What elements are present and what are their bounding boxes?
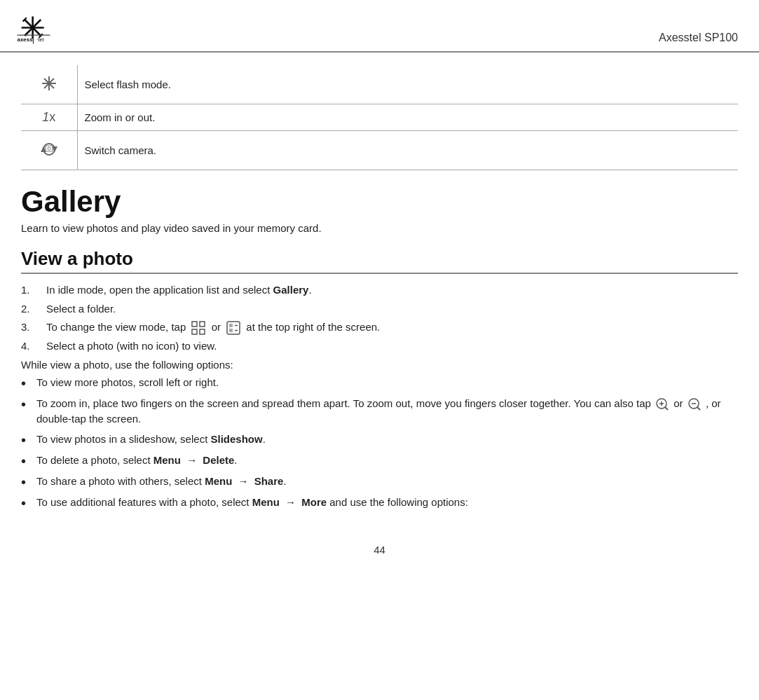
table-row: Select flash mode. — [21, 65, 738, 104]
slideshow-bold: Slideshow — [210, 433, 262, 445]
page-wrapper: axess ·tel Axesstel SP100 — [0, 0, 759, 700]
view-photo-heading: View a photo — [21, 248, 738, 274]
flash-mode-description: Select flash mode. — [77, 65, 738, 104]
bullet-item-6: • To use additional features with a phot… — [21, 495, 738, 512]
bullet-item-5: • To share a photo with others, select M… — [21, 474, 738, 490]
or-text: or — [212, 321, 221, 333]
step-num-4: 4. — [21, 338, 46, 355]
svg-rect-15 — [192, 322, 197, 327]
bullet-1-content: To view more photos, scroll left or righ… — [36, 375, 738, 391]
svg-line-27 — [665, 407, 668, 410]
menu-bold-5: Menu — [205, 475, 232, 487]
svg-point-12 — [47, 81, 51, 85]
switch-camera-icon-cell — [21, 131, 77, 170]
bullet-6-content: To use additional features with a photo,… — [36, 495, 738, 511]
more-bold: More — [301, 496, 327, 508]
svg-rect-17 — [192, 329, 197, 334]
step-4-content: Select a photo (with no icon) to view. — [46, 338, 738, 355]
svg-rect-13 — [46, 146, 53, 151]
switch-camera-icon — [36, 137, 62, 162]
zoom-description: Zoom in or out. — [77, 104, 738, 131]
icon-table: Select flash mode. 1x Zoom in or out. — [21, 65, 738, 170]
step-1-content: In idle mode, open the application list … — [46, 282, 738, 298]
content: Select flash mode. 1x Zoom in or out. — [0, 53, 759, 537]
page-number: 44 — [0, 537, 759, 570]
flash-mode-icon — [36, 71, 62, 96]
bullet-dot-4: • — [21, 453, 36, 469]
bullet-item-4: • To delete a photo, select Menu → Delet… — [21, 453, 738, 469]
zoom-in-icon — [655, 397, 669, 411]
step-3: 3. To change the view mode, tap or — [21, 320, 738, 336]
zoom-icon-cell: 1x — [21, 104, 77, 131]
bullet-dot-3: • — [21, 432, 36, 448]
bullet-dot-2: • — [21, 396, 36, 413]
flash-icon-cell — [21, 65, 77, 104]
bullet-list: • To view more photos, scroll left or ri… — [21, 375, 738, 512]
list-view-icon — [226, 320, 241, 336]
bullet-2-content: To zoom in, place two fingers on the scr… — [36, 396, 738, 427]
delete-bold: Delete — [203, 454, 234, 466]
switch-camera-description: Switch camera. — [77, 131, 738, 170]
bullet-5-content: To share a photo with others, select Men… — [36, 474, 738, 490]
step-num-3: 3. — [21, 320, 46, 336]
bullet-item-3: • To view photos in a slideshow, select … — [21, 432, 738, 448]
svg-rect-18 — [200, 329, 205, 334]
svg-line-30 — [697, 407, 700, 410]
menu-bold-6: Menu — [252, 496, 280, 508]
bullet-dot-6: • — [21, 495, 36, 512]
arrow-icon-6: → — [285, 495, 296, 511]
step-3-content: To change the view mode, tap or — [46, 320, 738, 336]
header: axess ·tel Axesstel SP100 — [0, 0, 759, 53]
step-4: 4. Select a photo (with no icon) to view… — [21, 338, 738, 355]
while-text: While view a photo, use the following op… — [21, 359, 738, 371]
arrow-icon-5: → — [238, 474, 248, 490]
grid-view-icon — [191, 320, 206, 336]
bullet-dot-1: • — [21, 375, 36, 392]
bullet-item-1: • To view more photos, scroll left or ri… — [21, 375, 738, 392]
svg-rect-21 — [229, 329, 233, 332]
svg-rect-19 — [227, 322, 240, 334]
gallery-bold: Gallery — [273, 284, 309, 296]
logo-area: axess ·tel — [14, 8, 70, 47]
header-title: Axesstel SP100 — [659, 32, 738, 47]
svg-point-14 — [48, 147, 50, 150]
svg-text:·tel: ·tel — [36, 36, 44, 43]
zoom-out-icon — [688, 397, 702, 411]
table-row: Switch camera. — [21, 131, 738, 170]
or-text-2: or — [673, 397, 683, 409]
bullet-4-content: To delete a photo, select Menu → Delete. — [36, 453, 738, 469]
menu-bold-4: Menu — [153, 454, 181, 466]
zoom-1x-icon: 1x — [42, 110, 55, 124]
gallery-title: Gallery — [21, 186, 738, 218]
gallery-subtitle: Learn to view photos and play video save… — [21, 222, 738, 234]
svg-text:axess: axess — [17, 36, 33, 43]
arrow-icon-4: → — [186, 453, 197, 469]
step-num-2: 2. — [21, 301, 46, 317]
svg-rect-20 — [229, 324, 233, 327]
share-bold: Share — [254, 475, 284, 487]
svg-rect-16 — [200, 322, 205, 327]
numbered-steps-list: 1. In idle mode, open the application li… — [21, 282, 738, 355]
bullet-3-content: To view photos in a slideshow, select Sl… — [36, 432, 738, 448]
axesstel-logo: axess ·tel — [14, 8, 70, 47]
bullet-item-2: • To zoom in, place two fingers on the s… — [21, 396, 738, 427]
step-2-content: Select a folder. — [46, 301, 738, 317]
bullet-dot-5: • — [21, 474, 36, 490]
step-2: 2. Select a folder. — [21, 301, 738, 317]
table-row: 1x Zoom in or out. — [21, 104, 738, 131]
step-num-1: 1. — [21, 282, 46, 298]
step-1: 1. In idle mode, open the application li… — [21, 282, 738, 298]
